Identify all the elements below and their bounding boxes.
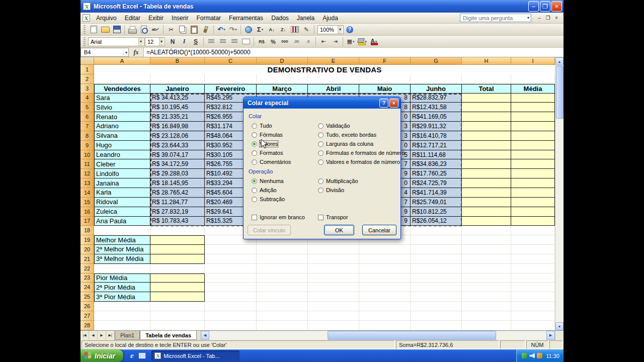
row-header-15[interactable]: 15 <box>80 198 94 207</box>
cell-E21[interactable] <box>308 254 359 264</box>
row-header-20[interactable]: 20 <box>80 245 94 254</box>
sort-descending-icon[interactable]: Z↓ <box>278 25 289 35</box>
cell-G13[interactable]: R$24.725,79 <box>411 178 462 188</box>
cell-H19[interactable] <box>462 235 511 245</box>
zoom-combo[interactable]: 100% ▾ <box>317 25 344 34</box>
tab-nav-icon-1[interactable]: ◀ <box>89 331 98 340</box>
menu-dados[interactable]: Dados <box>267 13 293 23</box>
option-valores-e-formatos-de-n-mero[interactable]: Valores e formatos de número <box>318 157 405 166</box>
print-preview-icon[interactable] <box>138 25 149 35</box>
tab-nav-icon-0[interactable]: |◀ <box>80 331 89 340</box>
option-tudo-exceto-bordas[interactable]: Tudo, exceto bordas <box>318 130 405 139</box>
cell-B6[interactable]: R$ 21.335,21 <box>150 112 205 122</box>
cell-H11[interactable] <box>462 159 511 169</box>
cell-H3[interactable]: Total <box>462 84 511 94</box>
cell-B8[interactable]: R$ 23.128,06 <box>150 131 205 141</box>
option-larguras-da-coluna[interactable]: Larguras da coluna <box>318 139 405 148</box>
cell-H6[interactable] <box>462 112 511 122</box>
row-header-7[interactable]: 7 <box>80 122 94 131</box>
cell-I24[interactable] <box>511 283 555 292</box>
currency-style-icon[interactable]: R$ <box>256 37 267 47</box>
new-document-icon[interactable] <box>88 25 99 35</box>
cell-C23[interactable] <box>205 274 257 283</box>
cell-D20[interactable] <box>257 245 308 254</box>
option-tudo[interactable]: Tudo <box>252 121 291 130</box>
bold-icon[interactable]: N <box>167 37 178 47</box>
cell-D25[interactable] <box>257 292 308 302</box>
row-header-9[interactable]: 9 <box>80 141 94 150</box>
cell-A19[interactable]: Melhor Média <box>94 235 150 245</box>
cell-G6[interactable]: R$41.169,05 <box>411 112 462 122</box>
cell-B25[interactable] <box>150 292 205 302</box>
cell-F25[interactable] <box>359 292 411 302</box>
row-header-21[interactable]: 21 <box>80 254 94 264</box>
cell-G23[interactable] <box>411 274 462 283</box>
cell-F20[interactable] <box>359 245 411 254</box>
cell-A16[interactable]: Zuleica <box>94 207 150 217</box>
row-header-5[interactable]: 5 <box>80 103 94 112</box>
cell-G21[interactable] <box>411 254 462 264</box>
cell-A3[interactable]: Vendedores <box>94 84 150 94</box>
cancel-button[interactable]: Cancelar <box>362 225 396 235</box>
cell-E24[interactable] <box>308 283 359 292</box>
cell-F28[interactable] <box>359 321 411 330</box>
chart-wizard-icon[interactable] <box>289 25 300 35</box>
cell-G9[interactable]: R$12.717,21 <box>411 141 462 150</box>
cell-E2[interactable] <box>308 74 359 84</box>
cell-H21[interactable] <box>462 254 511 264</box>
dialog-close-icon[interactable]: × <box>389 99 398 108</box>
cell-G4[interactable]: R$28.832,97 <box>411 94 462 103</box>
cell-E22[interactable] <box>308 264 359 274</box>
menu-inserir[interactable]: Inserir <box>168 13 192 23</box>
cell-B21[interactable] <box>150 254 205 264</box>
align-left-icon[interactable] <box>206 37 217 47</box>
cell-C3[interactable]: Fevereiro <box>205 84 257 94</box>
cell-E26[interactable] <box>308 302 359 311</box>
decrease-decimal-icon[interactable]: ,0 <box>302 37 313 47</box>
menu-formatar[interactable]: Formatar <box>192 13 225 23</box>
scroll-right-icon[interactable]: ▶ <box>546 331 555 340</box>
cell-I2[interactable] <box>511 74 555 84</box>
internet-explorer-icon[interactable]: e <box>127 351 136 360</box>
cell-G16[interactable]: R$10.812,25 <box>411 207 462 217</box>
cell-E25[interactable] <box>308 292 359 302</box>
name-box[interactable]: B4 ▾ <box>80 48 129 57</box>
cell-B9[interactable]: R$ 23.644,33 <box>150 141 205 150</box>
taskbar-task-button[interactable]: X Microsoft Excel - Tab... <box>151 350 239 361</box>
option-multiplica-o[interactable]: Multiplicação <box>318 176 358 186</box>
cell-I7[interactable] <box>511 122 555 131</box>
cell-G14[interactable]: R$41.714,39 <box>411 188 462 198</box>
cell-D22[interactable] <box>257 264 308 274</box>
cell-H10[interactable] <box>462 150 511 160</box>
menu-ferramentas[interactable]: Ferramentas <box>225 13 267 23</box>
cell-H14[interactable] <box>462 188 511 198</box>
toolbar-grip[interactable] <box>84 25 86 34</box>
ok-button[interactable]: OK <box>324 225 354 235</box>
cell-C2[interactable] <box>205 74 257 84</box>
cell-I6[interactable] <box>511 112 555 122</box>
cell-A9[interactable]: Hugo <box>94 141 150 150</box>
cell-G17[interactable]: R$26.054,12 <box>411 217 462 226</box>
show-desktop-icon[interactable] <box>139 353 145 358</box>
ask-question-box[interactable]: Digite uma pergunta ▾ <box>460 14 531 22</box>
option-divis-o[interactable]: Divisão <box>318 186 358 195</box>
cell-C28[interactable] <box>205 321 257 330</box>
cell-A5[interactable]: Sílvio <box>94 103 150 112</box>
cell-G11[interactable]: R$34.836,23 <box>411 159 462 169</box>
font-size-combo[interactable]: 12 ▾ <box>145 37 165 46</box>
cell-F24[interactable] <box>359 283 411 292</box>
cell-B20[interactable] <box>150 245 205 254</box>
cell-F21[interactable] <box>359 254 411 264</box>
cell-B13[interactable]: R$ 18.145,95 <box>150 178 205 188</box>
horizontal-scroll-track[interactable] <box>209 331 546 340</box>
row-header-24[interactable]: 24 <box>80 283 94 292</box>
decrease-indent-icon[interactable]: ⇤ <box>318 37 329 47</box>
open-folder-icon[interactable] <box>100 25 111 35</box>
row-header-4[interactable]: 4 <box>80 94 94 103</box>
cell-H23[interactable] <box>462 274 511 283</box>
percent-style-icon[interactable]: % <box>268 37 279 47</box>
cell-I25[interactable] <box>511 292 555 302</box>
row-header-14[interactable]: 14 <box>80 188 94 198</box>
cell-I18[interactable] <box>511 226 555 235</box>
row-header-26[interactable]: 26 <box>80 302 94 311</box>
